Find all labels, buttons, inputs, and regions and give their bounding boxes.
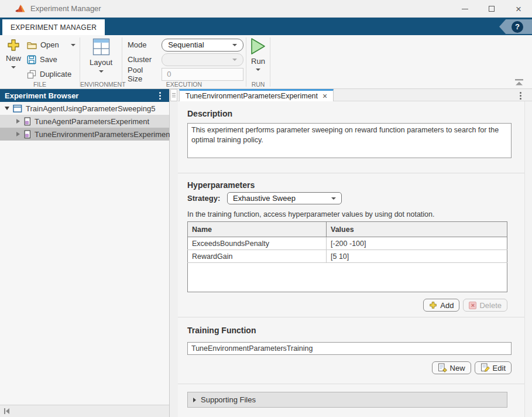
description-textarea[interactable]: This experiment performs parameter sweep… <box>187 123 512 158</box>
cell-name[interactable]: ExceedsBoundsPenalty <box>188 237 327 250</box>
cell-values[interactable]: [-200 -100] <box>327 237 507 250</box>
add-hyperparameter-button[interactable]: Add <box>423 299 459 312</box>
hyperparameters-section: Hyperparameters Strategy: Exhaustive Swe… <box>178 173 524 317</box>
open-dropdown-arrow-icon <box>71 44 75 46</box>
splitter-grip[interactable] <box>170 89 177 101</box>
mode-label: Mode <box>128 40 158 49</box>
matlab-logo-icon <box>15 4 26 13</box>
layout-button[interactable]: Layout <box>80 38 122 73</box>
execution-section: Mode Sequential Cluster Pool Size <box>122 35 246 89</box>
run-button-label: Run <box>251 57 265 66</box>
experiment-browser-header: Experiment Browser <box>0 89 169 102</box>
strategy-dropdown-arrow-icon <box>331 197 336 200</box>
new-training-function-button[interactable]: New <box>432 361 471 374</box>
collapsed-arrow-icon[interactable] <box>16 132 20 136</box>
mode-dropdown[interactable]: Sequential <box>162 39 243 52</box>
duplicate-button[interactable]: Duplicate <box>27 67 75 81</box>
training-function-section: Training Function New <box>178 317 524 384</box>
tree-root-project[interactable]: TrainAgentUsingParameterSweeping5 <box>0 102 169 115</box>
poolsize-label: Pool Size <box>128 66 158 83</box>
new-dropdown-arrow-icon <box>11 66 16 69</box>
panel-splitter[interactable] <box>170 89 178 417</box>
new-function-label: New <box>450 364 465 372</box>
training-function-input[interactable] <box>187 342 512 355</box>
description-section: Description This experiment performs par… <box>178 101 524 173</box>
run-dropdown-arrow-icon <box>256 69 260 71</box>
experiment-icon <box>24 117 31 126</box>
environment-section-label: ENVIRONMENT <box>80 81 122 88</box>
poolsize-field: 0 <box>162 68 243 81</box>
save-button[interactable]: Save <box>27 52 75 67</box>
minimize-button[interactable] <box>451 0 478 18</box>
supporting-files-accordion[interactable]: Supporting Files <box>187 392 507 408</box>
project-icon <box>13 104 22 113</box>
collapsed-arrow-icon[interactable] <box>16 119 20 124</box>
collapse-ribbon-button[interactable] <box>514 78 524 86</box>
mode-value: Sequential <box>168 40 204 49</box>
strategy-dropdown[interactable]: Exhaustive Sweep <box>227 192 342 204</box>
tree-item-label: TuneAgentParametersExperiment <box>35 117 149 126</box>
document-menu-button[interactable] <box>516 91 525 101</box>
poolsize-value: 0 <box>167 70 171 78</box>
collapse-panel-button[interactable] <box>4 408 11 415</box>
tab-experiment-manager[interactable]: EXPERIMENT MANAGER <box>2 19 105 35</box>
experiment-tree: TrainAgentUsingParameterSweeping5 TuneAg… <box>0 102 169 141</box>
layout-button-label: Layout <box>90 58 112 67</box>
cell-values[interactable]: [5 10] <box>327 250 507 263</box>
window-title: Experiment Manager <box>30 4 101 13</box>
open-folder-icon <box>27 41 37 49</box>
new-button[interactable]: New <box>4 38 23 69</box>
duplicate-button-label: Duplicate <box>40 70 71 78</box>
document-content: Description This experiment performs par… <box>178 101 532 417</box>
execution-section-label: EXECUTION <box>122 81 246 88</box>
table-header-row: Name Values <box>188 222 507 237</box>
document-scrollbar-track[interactable] <box>524 101 532 417</box>
run-button[interactable]: Run <box>246 37 270 71</box>
document-tab[interactable]: TuneEnvironmentParametersExperiment × <box>179 89 334 101</box>
hyperparameters-table: Name Values ExceedsBoundsPenalty [-200 -… <box>187 221 507 292</box>
edit-training-function-button[interactable]: Edit <box>475 361 512 374</box>
cell-name[interactable]: RewardGain <box>188 250 327 263</box>
cluster-dropdown <box>162 53 243 66</box>
expanded-arrow-icon[interactable] <box>5 107 9 110</box>
edit-function-label: Edit <box>493 364 506 372</box>
maximize-button[interactable] <box>478 0 505 18</box>
close-button[interactable]: × <box>505 0 532 18</box>
run-play-icon <box>250 37 266 55</box>
document-area: TuneEnvironmentParametersExperiment × De… <box>178 89 532 417</box>
experiment-manager-window: Experiment Manager × EXPERIMENT MANAGER … <box>0 0 532 417</box>
title-bar: Experiment Manager × <box>0 0 532 18</box>
main-area: Experiment Browser TrainAgentUsingParame… <box>0 89 532 417</box>
experiment-browser-panel: Experiment Browser TrainAgentUsingParame… <box>0 89 170 417</box>
expand-arrow-icon <box>193 398 196 402</box>
browser-menu-button[interactable] <box>156 91 164 101</box>
description-heading: Description <box>187 109 524 118</box>
tree-item-label: TuneEnvironmentParametersExperiment <box>35 130 172 139</box>
new-button-label: New <box>6 54 21 63</box>
delete-hyperparameter-button: × Delete <box>463 299 507 312</box>
tree-item-tune-agent[interactable]: TuneAgentParametersExperiment <box>0 115 169 128</box>
tree-item-tune-environment[interactable]: TuneEnvironmentParametersExperiment <box>0 128 169 141</box>
file-section: New Open S <box>0 35 80 89</box>
mode-dropdown-arrow-icon <box>232 44 237 46</box>
table-empty-area <box>188 263 507 292</box>
layout-dropdown-arrow-icon <box>99 70 104 73</box>
help-button[interactable]: ? <box>499 19 532 34</box>
tab-close-icon[interactable]: × <box>322 92 327 100</box>
column-header-values[interactable]: Values <box>327 222 507 237</box>
supporting-files-section: Supporting Files <box>178 384 524 417</box>
new-function-icon <box>438 363 447 372</box>
tree-root-label: TrainAgentUsingParameterSweeping5 <box>26 104 155 113</box>
duplicate-icon <box>27 70 36 79</box>
open-button[interactable]: Open <box>27 37 75 52</box>
minimize-icon <box>462 9 468 9</box>
strategy-label: Strategy: <box>187 194 227 203</box>
table-row[interactable]: ExceedsBoundsPenalty [-200 -100] <box>188 237 507 250</box>
layout-grid-icon <box>92 38 110 56</box>
close-icon: × <box>516 4 521 14</box>
browser-footer-bar <box>0 405 169 417</box>
save-button-label: Save <box>40 55 57 64</box>
run-section-label: RUN <box>246 81 270 88</box>
table-row[interactable]: RewardGain [5 10] <box>188 250 507 263</box>
column-header-name[interactable]: Name <box>188 222 327 237</box>
